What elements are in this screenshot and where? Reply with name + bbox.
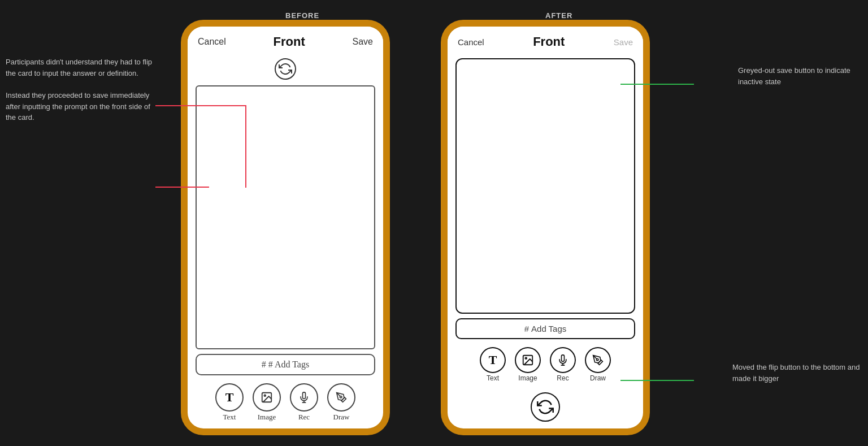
tool-rec-before[interactable]: Rec [290, 383, 318, 422]
svg-point-1 [264, 395, 266, 396]
nav-cancel-before[interactable]: Cancel [198, 37, 226, 47]
content-before: # # Add Tags T Text [188, 54, 383, 428]
add-tags-after[interactable]: # Add Tags [455, 318, 635, 339]
label-before: BEFORE [285, 11, 319, 20]
svg-point-9 [597, 359, 598, 361]
tool-text-icon-after[interactable]: T [480, 347, 506, 373]
left-annotation-p1: Participants didn't understand they had … [6, 57, 153, 79]
tool-image-after[interactable]: Image [515, 347, 541, 382]
phone-before: Cancel Front Save # [181, 20, 390, 435]
flip-icon-after[interactable] [531, 392, 560, 422]
nav-title-before: Front [274, 34, 305, 49]
tool-rec-label-before: Rec [298, 413, 310, 422]
nav-title-after: Front [533, 34, 565, 49]
flip-btn-after[interactable] [455, 389, 635, 424]
tool-image-label-before: Image [258, 413, 276, 422]
tool-text-label-after: Text [487, 374, 499, 382]
left-annotation-p2: Instead they proceeded to save immediate… [6, 90, 153, 123]
right-annotation-bottom: Moved the flip button to the bottom and … [732, 362, 862, 384]
tool-draw-icon-after[interactable] [585, 347, 611, 373]
nav-save-before[interactable]: Save [353, 37, 373, 47]
right-annotation-top: Greyed-out save button to indicate inact… [738, 65, 862, 87]
add-tags-label-after: Add Tags [531, 324, 566, 334]
tool-image-icon-after[interactable] [515, 347, 541, 373]
tool-text-after[interactable]: T Text [480, 347, 506, 382]
phone-screen-after: Cancel Front Save # Add Tags T Text [448, 27, 643, 428]
add-tags-before[interactable]: # # Add Tags [196, 354, 375, 375]
tool-draw-icon-before[interactable] [327, 383, 355, 412]
svg-point-6 [525, 357, 527, 359]
tool-text-icon-before[interactable]: T [215, 383, 244, 412]
flip-icon-before[interactable] [275, 58, 296, 80]
tool-rec-label-after: Rec [557, 374, 568, 382]
content-after: # Add Tags T Text [448, 54, 643, 428]
label-after: AFTER [545, 11, 572, 20]
toolbar-before: T Text Image [196, 380, 375, 424]
tool-draw-after[interactable]: Draw [585, 347, 611, 382]
phone-screen-before: Cancel Front Save # [188, 27, 383, 428]
svg-point-4 [340, 396, 342, 398]
tool-text-label-before: Text [223, 413, 236, 422]
left-annotation: Participants didn't understand they had … [6, 57, 153, 135]
tool-draw-label-after: Draw [590, 374, 606, 382]
nav-bar-after: Cancel Front Save [448, 27, 643, 54]
nav-bar-before: Cancel Front Save [188, 27, 383, 54]
flip-btn-before[interactable] [196, 58, 375, 80]
tool-image-icon-before[interactable] [253, 383, 281, 412]
tool-rec-after[interactable]: Rec [550, 347, 576, 382]
add-tags-label-before: # Add Tags [268, 360, 309, 370]
hashtag-before: # [262, 360, 266, 370]
phone-after: Cancel Front Save # Add Tags T Text [441, 20, 650, 435]
nav-cancel-after[interactable]: Cancel [458, 37, 484, 47]
tool-text-before[interactable]: T Text [215, 383, 244, 422]
toolbar-after: T Text Image [455, 344, 635, 384]
tool-draw-label-before: Draw [333, 413, 350, 422]
tool-image-label-after: Image [518, 374, 537, 382]
card-area-after [455, 58, 635, 314]
tool-rec-icon-after[interactable] [550, 347, 576, 373]
tool-image-before[interactable]: Image [253, 383, 281, 422]
hashtag-after: # [524, 324, 529, 334]
card-area-before [196, 85, 375, 349]
tool-draw-before[interactable]: Draw [327, 383, 355, 422]
nav-save-after[interactable]: Save [614, 37, 633, 47]
tool-rec-icon-before[interactable] [290, 383, 318, 412]
